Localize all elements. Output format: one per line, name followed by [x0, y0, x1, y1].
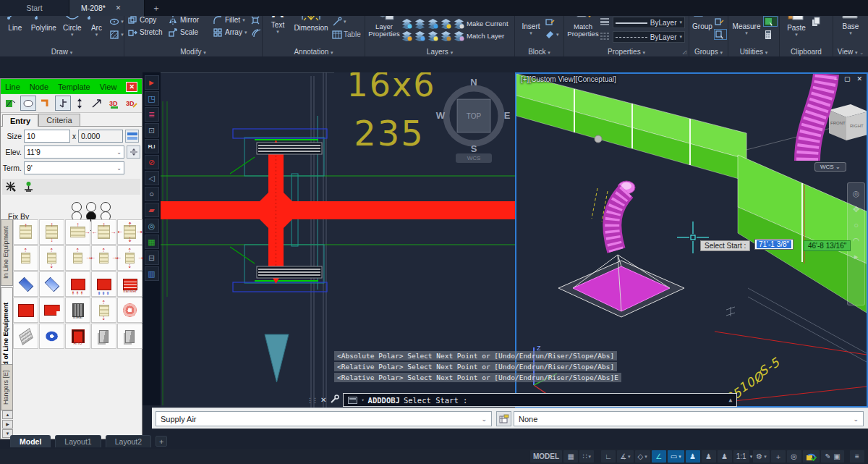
wcs-dropdown[interactable]: WCS ⌄	[814, 162, 846, 172]
offset-button[interactable]	[247, 26, 260, 38]
quick-calc-button[interactable]	[763, 29, 778, 40]
select-all-button[interactable]	[763, 16, 778, 27]
linetype-dropdown[interactable]: ByLayer▾	[613, 31, 685, 43]
display-config-icon[interactable]: ⊡	[145, 123, 159, 138]
equipment-vav-up[interactable]: ⇡	[13, 245, 38, 271]
tab-model[interactable]: Model	[10, 435, 51, 447]
table-button[interactable]: Table	[332, 29, 364, 40]
size-table-button[interactable]	[125, 130, 139, 143]
riser-icon[interactable]	[55, 96, 71, 111]
tab-layout1[interactable]: Layout1	[55, 435, 101, 447]
autoscale-annotation-toggle[interactable]: ♟	[702, 450, 716, 463]
group-tab-hangers[interactable]: Hangers [E]	[1, 364, 13, 410]
annotation-visibility-toggle[interactable]: ♟	[686, 450, 700, 463]
dynamic-input-x[interactable]: 71'-1 3/8"	[754, 239, 793, 250]
close-tab-icon[interactable]: ✕	[116, 4, 122, 12]
elevation-spinner[interactable]	[127, 145, 140, 159]
group-tab-inline-equipment[interactable]: In Line Equipment	[1, 219, 13, 286]
viewcube-right-face[interactable]: RIGHT	[850, 124, 864, 128]
polar-tracking-toggle[interactable]: ∡▾	[617, 450, 633, 463]
layers-panel-label[interactable]: Layers ▾	[365, 48, 514, 56]
chevron-down-icon[interactable]: ▾	[71, 32, 74, 38]
viewcube[interactable]: FRONT RIGHT	[829, 104, 867, 140]
fix-point[interactable]	[86, 202, 96, 212]
elevation-dropdown[interactable]: 11'9⌄	[24, 145, 124, 159]
zoom-icon[interactable]: ○	[854, 221, 859, 229]
chevron-down-icon[interactable]: ▾	[361, 397, 364, 403]
copy-clip-button[interactable]	[811, 16, 825, 27]
disable-icon[interactable]: ⊘	[145, 155, 159, 169]
drag-handle-icon[interactable]: ⋮⋮	[307, 397, 317, 404]
annotation-panel-label[interactable]: Annotation ▾	[263, 48, 365, 56]
schedule-chart-icon[interactable]: ▥	[145, 266, 159, 281]
new-layout-button[interactable]: ＋	[156, 436, 167, 447]
equipment-exhaust-box[interactable]	[13, 298, 38, 323]
equipment-silencer[interactable]: ↑	[13, 219, 38, 245]
chevron-down-icon[interactable]: ▾	[745, 30, 748, 36]
elevation-arrows-icon[interactable]	[72, 96, 88, 111]
view-panel-label[interactable]: View ▾ ⌄	[833, 48, 868, 56]
zoom-circle-icon[interactable]: ○	[145, 187, 159, 201]
leader-button[interactable]: ▾	[332, 16, 364, 27]
crosshair-toggle[interactable]: ＋	[771, 450, 786, 463]
layer-off-icon[interactable]	[401, 30, 412, 41]
ellipse-tool-button[interactable]: ▾	[109, 16, 124, 27]
workspace-switching-gear[interactable]: ⚙▾	[753, 450, 769, 463]
round-duct-icon[interactable]	[20, 96, 36, 111]
expand-history-icon[interactable]: ▲	[729, 397, 733, 403]
paint-style-icon[interactable]: ▰	[145, 203, 159, 217]
lineweight-dropdown[interactable]: ByLayer▾	[613, 17, 685, 28]
pan-icon[interactable]: ✥	[853, 205, 859, 214]
clipboard-panel-label[interactable]: Clipboard	[780, 48, 833, 56]
menu-line[interactable]: Line	[5, 83, 20, 91]
properties-panel-label[interactable]: Properties ▾◿	[564, 48, 689, 56]
layer-stack-icon[interactable]: ≣	[145, 107, 159, 122]
match-layer-button[interactable]: Match Layer	[467, 32, 504, 40]
equipment-vav-updown[interactable]: ⇡⇣	[39, 245, 64, 271]
viewport-close-icon[interactable]: ✕	[856, 75, 862, 83]
chevron-down-icon[interactable]: ▾	[849, 30, 852, 36]
compass-east[interactable]: E	[504, 110, 511, 121]
full-navigation-wheel-icon[interactable]: ◎	[853, 189, 860, 198]
equipment-round-diffuser[interactable]	[117, 298, 142, 323]
snap-settings-icon[interactable]	[5, 181, 16, 193]
chevron-down-icon[interactable]: ▾	[795, 32, 798, 38]
palette-close-icon[interactable]: ✕	[126, 82, 137, 92]
layer-thaw-icon[interactable]	[427, 30, 438, 41]
compass-top-face[interactable]: TOP	[467, 112, 482, 120]
menu-view[interactable]: View	[100, 83, 117, 91]
layer-freeze2-icon[interactable]	[427, 18, 438, 29]
hatch-tool-button[interactable]: ▾	[109, 29, 124, 40]
equipment-transfer-grille[interactable]: transfer	[117, 271, 142, 297]
stretch-button[interactable]: Stretch	[124, 26, 165, 38]
menu-node[interactable]: Node	[30, 83, 48, 91]
clean-screen-toggle[interactable]: ▣	[830, 450, 844, 463]
viewport-minimize-icon[interactable]: −	[834, 75, 838, 83]
make-current-icon[interactable]	[454, 18, 464, 29]
array-button[interactable]: Array▾	[210, 26, 247, 38]
compass-north[interactable]: N	[470, 77, 477, 88]
equipment-vav-side[interactable]: ⇢⇡	[65, 245, 90, 271]
equipment-exhaust-box-2[interactable]	[39, 298, 64, 323]
object-snap-tracking-toggle[interactable]: ∠	[652, 450, 666, 463]
equipment-coil-right[interactable]: →↑	[65, 219, 90, 245]
dynamic-input-toggle[interactable]: ▭▾	[668, 450, 684, 463]
match-layer-icon[interactable]	[454, 30, 464, 41]
autodesk-3d-status-icon[interactable]	[803, 450, 820, 463]
utilities-panel-label[interactable]: Utilities ▾	[728, 48, 779, 56]
isometric-drafting-toggle[interactable]: ◇▾	[635, 450, 650, 463]
routing-options-button[interactable]	[496, 411, 511, 426]
viewport-controls-label[interactable]: [+][Custom View][Conceptual]	[521, 75, 616, 83]
tab-start[interactable]: Start	[0, 0, 69, 16]
scale-button[interactable]: Scale	[165, 26, 210, 38]
dialog-launcher-icon[interactable]: ◿	[683, 49, 686, 55]
group-edit-button[interactable]	[714, 16, 727, 27]
equipment-vav-4way[interactable]: ⇠⇢⇡⇣	[117, 245, 142, 271]
chevron-down-icon[interactable]: ▾	[276, 29, 279, 35]
annotation-scale-dropdown[interactable]: 1:1	[733, 450, 749, 463]
block-panel-label[interactable]: Block ▾	[515, 48, 563, 56]
new-tab-button[interactable]: ＋	[145, 0, 168, 16]
equipment-rhu[interactable]: RHU	[65, 324, 90, 349]
equipment-ceiling-diffuser-2[interactable]	[39, 271, 64, 297]
equipment-silencer-2way[interactable]: ↑↓	[39, 219, 64, 245]
